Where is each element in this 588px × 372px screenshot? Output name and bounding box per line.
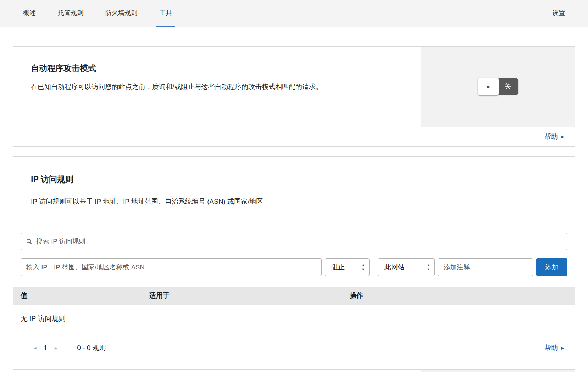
tab-bar: 概述 托管规则 防火墙规则 工具 设置	[0, 0, 588, 27]
bot-fight-mode-title: 自动程序攻击模式	[31, 63, 403, 74]
empty-state-text: 无 IP 访问规则	[21, 314, 65, 323]
next-card-content	[13, 370, 421, 372]
column-header-applies-to: 适用于	[149, 291, 350, 300]
pagination-range-text: 0 - 0 规则	[77, 343, 106, 352]
stepper-arrows-icon[interactable]: ▲▼	[422, 259, 434, 276]
action-select-value: 阻止	[325, 259, 357, 276]
chevron-right-icon: ▶	[561, 135, 564, 139]
next-card-side-panel	[421, 370, 575, 372]
toggle-arrows-icon: ◂▸	[486, 84, 491, 89]
bot-fight-mode-card: 自动程序攻击模式 在已知自动程序可以访问您的站点之前，质询和/或阻止与这些自动程…	[13, 46, 575, 147]
chevron-right-icon: ▶	[561, 346, 564, 350]
ip-access-rules-description: IP 访问规则可以基于 IP 地址、IP 地址范围、自治系统编号 (ASN) 或…	[31, 196, 362, 207]
toggle-state-label: 关	[497, 78, 518, 95]
ip-access-rules-title: IP 访问规则	[31, 174, 557, 185]
scope-select-value: 此网站	[378, 259, 422, 276]
search-input[interactable]	[36, 237, 562, 245]
scope-select[interactable]: 此网站 ▲▼	[378, 258, 435, 276]
help-label: 帮助	[544, 132, 558, 141]
bot-fight-mode-content: 自动程序攻击模式 在已知自动程序可以访问您的站点之前，质询和/或阻止与这些自动程…	[13, 46, 421, 127]
toggle-handle-icon[interactable]: ◂▸	[478, 78, 499, 95]
tab-settings[interactable]: 设置	[549, 0, 568, 27]
ip-access-rules-head: IP 访问规则 IP 访问规则可以基于 IP 地址、IP 地址范围、自治系统编号…	[13, 157, 575, 207]
ip-access-rules-card: IP 访问规则 IP 访问规则可以基于 IP 地址、IP 地址范围、自治系统编号…	[13, 156, 575, 363]
stepper-arrows-icon[interactable]: ▲▼	[357, 259, 369, 276]
tab-overview[interactable]: 概述	[20, 0, 39, 27]
note-input[interactable]	[438, 258, 533, 276]
add-rule-row: 阻止 ▲▼ 此网站 ▲▼ 添加	[21, 258, 567, 276]
bot-fight-help-link[interactable]: 帮助 ▶	[544, 132, 564, 141]
tab-firewall-rules[interactable]: 防火墙规则	[102, 0, 140, 27]
tabs-nav: 概述 托管规则 防火墙规则 工具	[20, 0, 175, 27]
search-box	[21, 233, 567, 250]
bot-fight-mode-body: 自动程序攻击模式 在已知自动程序可以访问您的站点之前，质询和/或阻止与这些自动程…	[13, 46, 575, 127]
pagination-next-icon[interactable]: ▸	[49, 345, 63, 351]
bot-fight-mode-description: 在已知自动程序可以访问您的站点之前，质询和/或阻止与这些自动程序的攻击模式相匹配…	[31, 81, 362, 93]
ip-rules-help-link[interactable]: 帮助 ▶	[544, 343, 564, 352]
firewall-tools-page: 概述 托管规则 防火墙规则 工具 设置 自动程序攻击模式 在已知自动程序可以访问…	[0, 0, 588, 372]
pagination-current-page: 1	[42, 344, 49, 352]
add-rule-button[interactable]: 添加	[536, 258, 567, 276]
pagination-row: ◂ 1 ▸ 0 - 0 规则 帮助 ▶	[13, 333, 575, 363]
pagination-prev-icon[interactable]: ◂	[28, 345, 42, 351]
bot-fight-mode-footer: 帮助 ▶	[13, 127, 575, 146]
help-label: 帮助	[544, 343, 558, 352]
action-select[interactable]: 阻止 ▲▼	[325, 258, 370, 276]
column-header-actions: 操作	[350, 291, 567, 300]
search-icon	[26, 239, 32, 245]
tab-tools[interactable]: 工具	[156, 0, 175, 27]
ip-value-input[interactable]	[21, 258, 322, 276]
bot-fight-mode-toggle[interactable]: ◂▸ 关	[478, 78, 518, 95]
bot-fight-mode-toggle-panel: ◂▸ 关	[421, 46, 575, 127]
tab-managed-rules[interactable]: 托管规则	[55, 0, 86, 27]
rules-table-empty-row: 无 IP 访问规则	[13, 305, 575, 333]
next-card-partial	[13, 369, 575, 372]
topbar-right: 设置	[549, 0, 568, 27]
column-header-value: 值	[21, 291, 149, 300]
ip-access-rules-controls: 阻止 ▲▼ 此网站 ▲▼ 添加	[13, 233, 575, 276]
rules-table-header: 值 适用于 操作	[13, 287, 575, 305]
